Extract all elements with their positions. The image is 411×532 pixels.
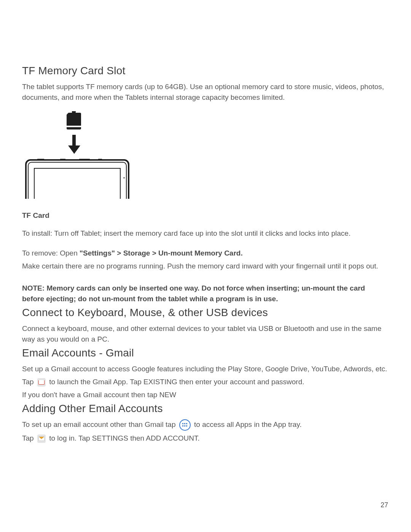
svg-rect-0 — [67, 126, 81, 127]
svg-rect-8 — [60, 159, 65, 160]
usb-title: Connect to Keyboard, Mouse, & other USB … — [22, 307, 388, 319]
manual-page: TF Memory Card Slot The tablet supports … — [0, 0, 411, 532]
other-email-l2-prefix: Tap — [22, 434, 36, 442]
gmail-title: Email Accounts - Gmail — [22, 347, 388, 359]
gmail-tap-suffix: to launch the Gmail App. Tap EXISTING th… — [47, 378, 304, 386]
svg-rect-1 — [72, 111, 76, 113]
tf-remove-text: To remove: Open "Settings" > Storage > U… — [22, 248, 388, 259]
svg-rect-3 — [26, 160, 129, 204]
tf-remove-rest: Make certain there are no programs runni… — [22, 261, 388, 272]
gmail-tap-prefix: Tap — [22, 378, 36, 386]
usb-body: Connect a keyboard, mouse, and other ext… — [22, 323, 388, 345]
page-number: 27 — [381, 501, 388, 509]
svg-rect-2 — [72, 135, 76, 146]
tf-slot-title: TF Memory Card Slot — [22, 65, 388, 77]
svg-point-6 — [123, 177, 124, 178]
other-email-line1: To set up an email account other than Gm… — [22, 419, 388, 431]
tf-remove-bold: "Settings" > Storage > Un-mount Memory C… — [80, 249, 243, 257]
other-email-l1-prefix: To set up an email account other than Gm… — [22, 420, 178, 428]
other-email-l1-suffix: to access all Apps in the App tray. — [192, 420, 302, 428]
svg-rect-7 — [37, 159, 44, 160]
apps-tray-icon — [179, 419, 191, 431]
tf-note: NOTE: Memory cards can only be inserted … — [22, 283, 388, 304]
tf-install-text: To install: Turn off Tablet; insert the … — [22, 228, 388, 239]
tf-slot-intro: The tablet supports TF memory cards (up … — [22, 81, 388, 103]
svg-rect-9 — [79, 159, 90, 160]
tf-card-illustration — [22, 111, 388, 204]
svg-rect-10 — [98, 159, 102, 160]
other-email-l2-suffix: to log in. Tap SETTINGS then ADD ACCOUNT… — [47, 434, 200, 442]
email-app-icon — [37, 435, 46, 443]
tf-remove-prefix: To remove: Open — [22, 249, 80, 257]
gmail-icon — [37, 378, 46, 387]
gmail-tap-line: Tap to launch the Gmail App. Tap EXISTIN… — [22, 377, 388, 387]
gmail-body1: Set up a Gmail account to access Google … — [22, 364, 388, 374]
svg-rect-11 — [22, 199, 132, 204]
tf-card-subheading: TF Card — [22, 211, 388, 220]
other-email-line2: Tap to log in. Tap SETTINGS then ADD ACC… — [22, 433, 388, 444]
other-email-title: Adding Other Email Accounts — [22, 403, 388, 415]
gmail-body3: If you don't have a Gmail account then t… — [22, 390, 388, 400]
